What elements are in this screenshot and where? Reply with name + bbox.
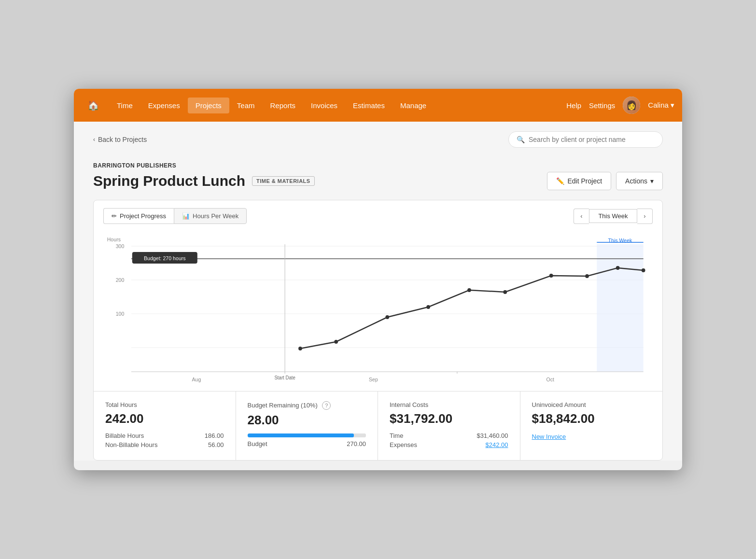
search-input[interactable] bbox=[529, 136, 655, 143]
svg-point-29 bbox=[549, 274, 553, 278]
svg-point-25 bbox=[385, 315, 389, 319]
home-icon[interactable]: 🏠 bbox=[82, 96, 105, 115]
nav-item-invoices[interactable]: Invoices bbox=[303, 98, 345, 113]
total-hours-value: 242.00 bbox=[105, 411, 224, 426]
uninvoiced-value: $18,842.00 bbox=[532, 411, 651, 426]
project-type-badge: TIME & MATERIALS bbox=[252, 176, 315, 186]
svg-text:Sep: Sep bbox=[369, 377, 378, 382]
svg-point-32 bbox=[642, 268, 645, 272]
expenses-cost-row: Expenses $242.00 bbox=[390, 441, 508, 448]
svg-text:Aug: Aug bbox=[192, 377, 201, 382]
budget-total-row: Budget 270.00 bbox=[248, 440, 366, 447]
nav-item-manage[interactable]: Manage bbox=[392, 98, 434, 113]
budget-remaining-label: Budget Remaining (10%) ? bbox=[248, 401, 366, 410]
svg-text:Oct: Oct bbox=[546, 377, 554, 382]
main-nav: 🏠 Time Expenses Projects Team Reports In… bbox=[74, 89, 682, 122]
project-header: BARRINGTON PUBLISHERS Spring Product Lun… bbox=[74, 157, 682, 200]
chart-svg: Hours 300 200 100 bbox=[103, 232, 653, 386]
project-actions: ✏️ Edit Project Actions ▾ bbox=[547, 172, 663, 190]
nav-item-team[interactable]: Team bbox=[229, 98, 263, 113]
new-invoice-link[interactable]: New Invoice bbox=[532, 432, 651, 441]
nav-item-reports[interactable]: Reports bbox=[263, 98, 304, 113]
nav-right: Help Settings 👩 Calina ▾ bbox=[566, 97, 674, 114]
actions-button[interactable]: Actions ▾ bbox=[616, 172, 663, 190]
nav-item-time[interactable]: Time bbox=[109, 98, 140, 113]
tab-hours-per-week[interactable]: 📊 Hours Per Week bbox=[174, 208, 247, 224]
svg-point-27 bbox=[467, 288, 471, 292]
nav-item-expenses[interactable]: Expenses bbox=[140, 98, 188, 113]
main-card: ✏ Project Progress 📊 Hours Per Week ‹ Th… bbox=[93, 200, 663, 461]
search-icon: 🔍 bbox=[517, 136, 525, 143]
nav-item-projects[interactable]: Projects bbox=[188, 98, 229, 113]
project-title: Spring Product Lunch bbox=[93, 173, 245, 189]
chart-toolbar: ✏ Project Progress 📊 Hours Per Week ‹ Th… bbox=[94, 200, 662, 232]
app-window: 🏠 Time Expenses Projects Team Reports In… bbox=[74, 89, 682, 470]
stat-internal-costs: Internal Costs $31,792.00 Time $31,460.0… bbox=[378, 391, 520, 460]
search-box[interactable]: 🔍 bbox=[508, 131, 663, 148]
stat-uninvoiced: Uninvoiced Amount $18,842.00 New Invoice bbox=[520, 391, 663, 460]
svg-point-24 bbox=[334, 340, 338, 344]
stat-total-hours: Total Hours 242.00 Billable Hours 186.00… bbox=[94, 391, 236, 460]
bar-chart-icon: 📊 bbox=[182, 212, 190, 220]
expenses-link[interactable]: $242.00 bbox=[486, 441, 508, 448]
svg-text:Budget: 270 hours: Budget: 270 hours bbox=[144, 255, 186, 261]
svg-text:200: 200 bbox=[116, 277, 125, 283]
svg-point-26 bbox=[426, 305, 430, 309]
client-name: BARRINGTON PUBLISHERS bbox=[93, 162, 663, 169]
settings-link[interactable]: Settings bbox=[589, 101, 615, 110]
chart-nav: ‹ This Week › bbox=[574, 209, 653, 224]
back-to-projects-link[interactable]: ‹ Back to Projects bbox=[93, 136, 147, 143]
project-title-left: Spring Product Lunch TIME & MATERIALS bbox=[93, 173, 315, 189]
total-hours-label: Total Hours bbox=[105, 401, 224, 408]
pencil-icon: ✏️ bbox=[556, 177, 564, 185]
stat-budget-remaining: Budget Remaining (10%) ? 28.00 Budget 27… bbox=[236, 391, 378, 460]
svg-text:Hours: Hours bbox=[107, 237, 121, 242]
nav-item-estimates[interactable]: Estimates bbox=[345, 98, 392, 113]
svg-point-30 bbox=[585, 274, 589, 278]
nonbillable-hours-row: Non-Billable Hours 56.00 bbox=[105, 441, 224, 448]
chevron-left-icon: ‹ bbox=[93, 136, 95, 143]
chart-area: Hours 300 200 100 bbox=[94, 232, 662, 391]
chart-container: Hours 300 200 100 bbox=[103, 232, 653, 386]
stats-row: Total Hours 242.00 Billable Hours 186.00… bbox=[94, 391, 662, 460]
help-link[interactable]: Help bbox=[566, 101, 581, 110]
uninvoiced-label: Uninvoiced Amount bbox=[532, 401, 651, 408]
svg-rect-9 bbox=[597, 244, 643, 372]
username-label[interactable]: Calina ▾ bbox=[648, 101, 674, 110]
svg-point-23 bbox=[298, 347, 302, 350]
svg-point-28 bbox=[503, 290, 507, 294]
time-cost-row: Time $31,460.00 bbox=[390, 432, 508, 439]
internal-costs-label: Internal Costs bbox=[390, 401, 508, 408]
avatar-image: 👩 bbox=[623, 97, 640, 114]
svg-text:100: 100 bbox=[116, 311, 125, 317]
tab-project-progress[interactable]: ✏ Project Progress bbox=[103, 208, 174, 224]
internal-costs-value: $31,792.00 bbox=[390, 411, 508, 426]
avatar[interactable]: 👩 bbox=[623, 97, 640, 114]
svg-text:Start Date: Start Date bbox=[274, 375, 295, 380]
page-content: ‹ Back to Projects 🔍 BARRINGTON PUBLISHE… bbox=[74, 122, 682, 461]
topbar: ‹ Back to Projects 🔍 bbox=[74, 122, 682, 157]
billable-hours-row: Billable Hours 186.00 bbox=[105, 432, 224, 439]
budget-progress-bg bbox=[248, 433, 366, 437]
pencil-icon: ✏ bbox=[112, 212, 117, 220]
edit-project-button[interactable]: ✏️ Edit Project bbox=[547, 172, 611, 190]
help-icon[interactable]: ? bbox=[322, 401, 331, 410]
svg-point-31 bbox=[616, 266, 620, 270]
project-title-row: Spring Product Lunch TIME & MATERIALS ✏️… bbox=[93, 172, 663, 190]
budget-remaining-value: 28.00 bbox=[248, 413, 366, 428]
budget-progress-fill bbox=[248, 433, 354, 437]
next-week-button[interactable]: › bbox=[637, 209, 653, 224]
svg-text:300: 300 bbox=[116, 243, 125, 249]
week-label: This Week bbox=[589, 209, 637, 223]
prev-week-button[interactable]: ‹ bbox=[574, 209, 589, 224]
chevron-down-icon: ▾ bbox=[650, 177, 654, 185]
